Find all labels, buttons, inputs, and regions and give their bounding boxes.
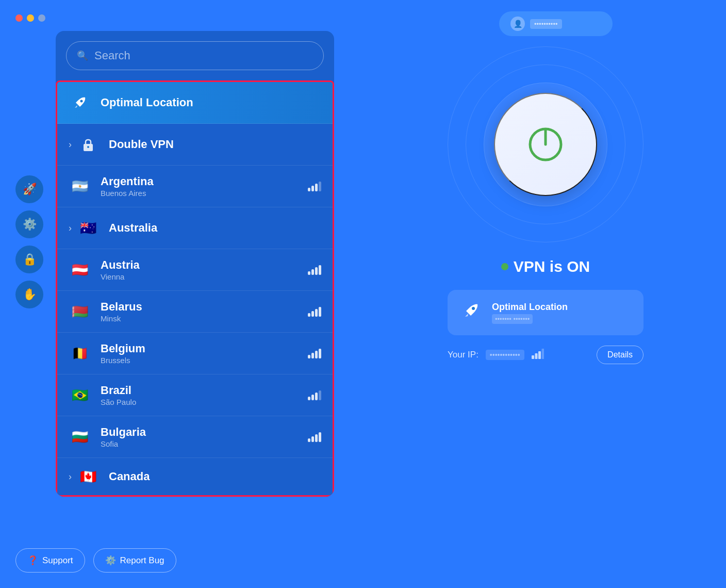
belgium-city: Brussels <box>101 356 308 365</box>
bulgaria-name: Bulgaria <box>101 426 308 439</box>
double-vpn-lock-icon <box>77 133 100 156</box>
sidebar-item-settings[interactable]: ⚙️ <box>15 210 43 238</box>
list-item[interactable]: 🇧🇬 Bulgaria Sofia <box>57 416 333 458</box>
vpn-status: VPN is ON <box>501 258 590 275</box>
location-panel: 🔍 Search Optimal Location <box>56 31 334 497</box>
argentina-signal-icon <box>308 181 321 191</box>
austria-name: Austria <box>101 258 308 272</box>
svg-point-5 <box>472 307 475 310</box>
austria-signal-icon <box>308 265 321 275</box>
bulgaria-signal-icon <box>308 432 321 442</box>
expand-arrow-icon: › <box>69 471 72 482</box>
double-vpn-name: Double VPN <box>109 138 321 151</box>
australia-text: Australia <box>109 221 321 235</box>
brazil-name: Brazil <box>101 384 308 397</box>
belarus-city: Minsk <box>101 314 308 323</box>
sidebar-item-security[interactable]: 🔒 <box>15 246 43 273</box>
svg-rect-9 <box>541 349 544 359</box>
belgium-signal-icon <box>308 348 321 358</box>
list-item[interactable]: Optimal Location <box>57 82 333 124</box>
expand-arrow-icon: › <box>69 139 72 150</box>
australia-flag-icon: 🇦🇺 <box>77 217 100 239</box>
fullscreen-button[interactable] <box>38 14 45 22</box>
minimize-button[interactable] <box>27 14 34 22</box>
power-button-container <box>448 46 644 242</box>
bottom-buttons: ❓ Support ⚙️ Report Bug <box>15 548 176 573</box>
location-list-wrapper: Optimal Location › Double VPN <box>56 80 334 497</box>
svg-point-0 <box>80 100 83 103</box>
brazil-text: Brazil São Paulo <box>101 384 308 406</box>
close-button[interactable] <box>15 14 23 22</box>
location-list: Optimal Location › Double VPN <box>57 82 333 495</box>
support-icon: ❓ <box>27 555 38 566</box>
connected-rocket-icon <box>460 299 483 326</box>
argentina-flag-icon: 🇦🇷 <box>69 175 91 198</box>
belarus-flag-icon: 🇧🇾 <box>69 300 91 323</box>
vpn-status-dot <box>501 263 508 270</box>
connected-location-name: Optimal Location <box>492 302 568 313</box>
svg-rect-7 <box>535 353 537 359</box>
power-button[interactable] <box>494 93 597 196</box>
details-button[interactable]: Details <box>597 346 644 364</box>
search-icon: 🔍 <box>77 50 88 61</box>
connected-location-text: Optimal Location ••••••• ••••••• <box>492 302 568 324</box>
list-item[interactable]: 🇧🇪 Belgium Brussels <box>57 333 333 374</box>
ip-signal-icon <box>532 349 544 362</box>
traffic-lights <box>15 14 45 22</box>
ip-label: Your IP: <box>448 350 478 360</box>
argentina-text: Argentina Buenos Aires <box>101 175 308 198</box>
search-bar[interactable]: 🔍 Search <box>66 41 324 70</box>
right-panel: VPN is ON Optimal Location ••••••• •••••… <box>417 31 674 364</box>
search-container: 🔍 Search <box>56 31 334 80</box>
sidebar-item-locations[interactable]: 🚀 <box>15 175 43 203</box>
belgium-text: Belgium Brussels <box>101 342 308 365</box>
vpn-status-text: VPN is ON <box>514 258 590 275</box>
optimal-rocket-icon <box>69 91 91 114</box>
ip-value-masked: •••••••••••• <box>486 350 524 360</box>
optimal-location-name: Optimal Location <box>101 96 321 109</box>
svg-rect-6 <box>532 355 534 359</box>
sidebar: 🚀 ⚙️ 🔒 ✋ <box>15 175 43 308</box>
brazil-signal-icon <box>308 390 321 400</box>
rocket-icon: 🚀 <box>23 183 37 196</box>
list-item[interactable]: 🇧🇾 Belarus Minsk <box>57 291 333 333</box>
brazil-flag-icon: 🇧🇷 <box>69 384 91 406</box>
argentina-name: Argentina <box>101 175 308 188</box>
support-label: Support <box>42 556 73 566</box>
canada-name: Canada <box>109 470 321 483</box>
canada-flag-icon: 🇨🇦 <box>77 465 100 488</box>
sidebar-item-threat[interactable]: ✋ <box>15 281 43 308</box>
gear-icon: ⚙️ <box>23 218 37 231</box>
list-item[interactable]: 🇦🇹 Austria Vienna <box>57 249 333 291</box>
bulgaria-text: Bulgaria Sofia <box>101 426 308 448</box>
expand-arrow-icon: › <box>69 223 72 234</box>
list-item[interactable]: 🇦🇷 Argentina Buenos Aires <box>57 166 333 207</box>
bulgaria-city: Sofia <box>101 439 308 448</box>
brazil-city: São Paulo <box>101 398 308 406</box>
list-item[interactable]: › 🇨🇦 Canada <box>57 458 333 495</box>
optimal-location-text: Optimal Location <box>101 96 321 109</box>
report-bug-button[interactable]: ⚙️ Report Bug <box>93 548 176 573</box>
search-placeholder: Search <box>94 49 130 62</box>
power-symbol-icon <box>522 121 569 168</box>
svg-rect-8 <box>538 351 541 359</box>
belarus-text: Belarus Minsk <box>101 300 308 323</box>
argentina-city: Buenos Aires <box>101 189 308 198</box>
ip-row: Your IP: •••••••••••• Details <box>448 346 644 364</box>
support-button[interactable]: ❓ Support <box>15 548 85 573</box>
lock-icon: 🔒 <box>23 253 37 266</box>
bulgaria-flag-icon: 🇧🇬 <box>69 426 91 448</box>
austria-flag-icon: 🇦🇹 <box>69 258 91 281</box>
bug-icon: ⚙️ <box>105 555 116 566</box>
connected-location-sub: ••••••• ••••••• <box>492 314 533 324</box>
belgium-flag-icon: 🇧🇪 <box>69 342 91 365</box>
double-vpn-text: Double VPN <box>109 138 321 151</box>
canada-text: Canada <box>109 470 321 483</box>
connected-info: Optimal Location ••••••• ••••••• <box>448 290 644 335</box>
list-item[interactable]: › 🇦🇺 Australia <box>57 207 333 249</box>
list-item[interactable]: 🇧🇷 Brazil São Paulo <box>57 374 333 416</box>
user-avatar-icon: 👤 <box>510 17 525 31</box>
austria-text: Austria Vienna <box>101 258 308 281</box>
belgium-name: Belgium <box>101 342 308 355</box>
list-item[interactable]: › Double VPN <box>57 124 333 166</box>
